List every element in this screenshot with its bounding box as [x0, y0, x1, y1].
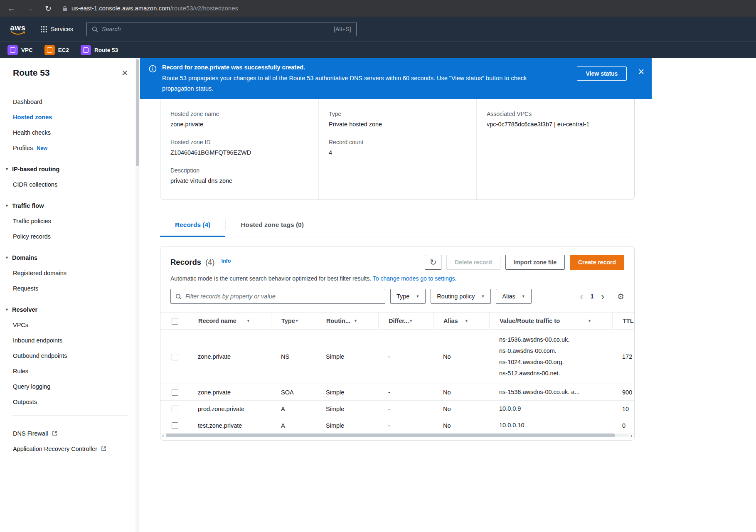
- sidebar-scrollbar[interactable]: [135, 58, 139, 532]
- services-menu-button[interactable]: Services: [41, 26, 73, 32]
- cell-type: A: [271, 401, 316, 417]
- filter-dropdown-type[interactable]: Type▼: [390, 289, 426, 304]
- dropdown-label: Routing policy: [437, 293, 475, 300]
- filter-dropdown-routing-policy[interactable]: Routing policy▼: [431, 289, 491, 304]
- scrollbar-track[interactable]: [166, 433, 629, 437]
- route-53-service-icon: [81, 45, 91, 55]
- sidebar-item-vpcs[interactable]: VPCs: [0, 317, 140, 332]
- sidebar-item-rules[interactable]: Rules: [0, 363, 140, 379]
- sidebar-item-outbound-endpoints[interactable]: Outbound endpoints: [0, 348, 140, 363]
- scroll-left-icon[interactable]: ‹: [162, 433, 164, 438]
- filter-dropdown-alias[interactable]: Alias▼: [496, 289, 531, 304]
- favorite-ec2[interactable]: EC2: [44, 45, 69, 55]
- sidebar-nav: DashboardHosted zonesHealth checksProfil…: [0, 87, 140, 456]
- browser-forward-icon[interactable]: →: [26, 5, 34, 12]
- column-header-record-name[interactable]: Record name▼: [188, 313, 271, 330]
- filter-input-box[interactable]: [170, 289, 385, 304]
- summary-field-description: Descriptionprivate virtual dns zone: [170, 167, 318, 184]
- sidebar-item-dashboard[interactable]: Dashboard: [0, 94, 140, 109]
- row-checkbox[interactable]: [172, 406, 178, 412]
- sidebar-item-profiles[interactable]: ProfilesNew: [0, 140, 140, 155]
- sidebar-item-traffic-policies[interactable]: Traffic policies: [0, 213, 140, 229]
- scrollbar-thumb[interactable]: [166, 433, 615, 437]
- sidebar-item-domains[interactable]: ▼Domains: [0, 250, 140, 265]
- checkbox-cell: [160, 330, 188, 384]
- sidebar-item-requests[interactable]: Requests: [0, 281, 140, 296]
- sidebar-item-label: Domains: [12, 254, 37, 261]
- tab-records-4[interactable]: Records (4): [160, 213, 225, 237]
- favorite-vpc[interactable]: VPC: [7, 45, 33, 55]
- address-bar[interactable]: us-east-1.console.aws.amazon.com/route53…: [62, 5, 238, 12]
- services-grid-icon: [41, 26, 47, 32]
- records-table-body: zone.privateNSSimple-Nons-1536.awsdns-00…: [160, 330, 634, 434]
- sidebar-item-query-logging[interactable]: Query logging: [0, 379, 140, 394]
- create-record-button[interactable]: Create record: [570, 255, 624, 270]
- column-header-routin[interactable]: Routin...▼: [316, 313, 378, 330]
- sidebar-item-health-checks[interactable]: Health checks: [0, 125, 140, 140]
- horizontal-scrollbar[interactable]: ‹ ›: [162, 433, 633, 438]
- tab-hosted-zone-tags-0[interactable]: Hosted zone tags (0): [226, 213, 319, 237]
- sort-icon[interactable]: ▼: [409, 319, 413, 323]
- sidebar-item-inbound-endpoints[interactable]: Inbound endpoints: [0, 332, 140, 348]
- next-page-icon[interactable]: ›: [601, 291, 604, 302]
- favorite-route-53[interactable]: Route 53: [81, 45, 118, 55]
- select-all-checkbox[interactable]: [172, 318, 178, 325]
- sort-icon[interactable]: ▼: [354, 319, 357, 323]
- column-header-value-route-traffic-to[interactable]: Value/Route traffic to▼: [489, 313, 612, 330]
- sidebar-item-ip-based-routing[interactable]: ▼IP-based routing: [0, 161, 140, 177]
- sidebar-item-application-recovery-controller[interactable]: Application Recovery Controller: [0, 441, 140, 456]
- chevron-down-icon: ▼: [481, 294, 485, 298]
- scroll-right-icon[interactable]: ›: [630, 433, 633, 438]
- global-search-box[interactable]: [Alt+S]: [86, 22, 357, 36]
- banner-close-icon[interactable]: ×: [638, 66, 644, 77]
- settings-gear-icon[interactable]: ⚙: [617, 292, 624, 301]
- column-header-ttl[interactable]: TTL: [612, 313, 634, 330]
- sort-icon[interactable]: ▼: [588, 319, 591, 323]
- settings-link[interactable]: To change modes go to settings.: [373, 275, 457, 282]
- sort-icon[interactable]: ▼: [246, 319, 250, 323]
- sidebar-item-dns-firewall[interactable]: DNS Firewall: [0, 426, 140, 441]
- value-line: 10.0.0.10: [499, 420, 612, 431]
- column-header-differ[interactable]: Differ...▼: [378, 313, 433, 330]
- column-header-alias[interactable]: Alias▼: [433, 313, 489, 330]
- chevron-down-icon: ▼: [416, 294, 419, 298]
- sidebar-close-icon[interactable]: ×: [122, 67, 128, 78]
- field-label: Type: [329, 111, 476, 117]
- search-input[interactable]: [102, 26, 330, 32]
- sort-icon[interactable]: ▼: [295, 319, 299, 323]
- previous-page-icon[interactable]: ‹: [580, 291, 583, 302]
- view-status-button[interactable]: View status: [577, 66, 627, 81]
- row-checkbox[interactable]: [172, 389, 178, 396]
- current-page[interactable]: 1: [591, 293, 594, 300]
- browser-refresh-icon[interactable]: ↻: [45, 5, 52, 12]
- cell-routing-policy: Simple: [316, 417, 378, 434]
- delete-record-button[interactable]: Delete record: [446, 255, 500, 270]
- column-header-type[interactable]: Type▼: [271, 313, 316, 330]
- aws-logo[interactable]: aws: [7, 25, 29, 35]
- sidebar-item-resolver[interactable]: ▼Resolver: [0, 302, 140, 317]
- aws-top-navigation: aws Services [Alt+S]: [0, 17, 756, 42]
- browser-back-icon[interactable]: ←: [7, 5, 15, 12]
- cell-value: ns-1536.awsdns-00.co.uk. a...: [489, 384, 612, 401]
- column-label: Type: [281, 318, 295, 324]
- row-checkbox[interactable]: [172, 422, 178, 429]
- sidebar-item-cidr-collections[interactable]: CIDR collections: [0, 177, 140, 192]
- info-link[interactable]: Info: [221, 258, 231, 264]
- sort-icon[interactable]: ▼: [465, 319, 468, 323]
- sidebar-item-hosted-zones[interactable]: Hosted zones: [0, 109, 140, 125]
- sidebar-item-outposts[interactable]: Outposts: [0, 394, 140, 409]
- favorites-list: VPCEC2Route 53: [7, 45, 118, 55]
- sidebar-scrollbar-thumb[interactable]: [136, 59, 139, 166]
- cell-value: 10.0.0.10: [489, 417, 612, 434]
- import-zone-file-button[interactable]: Import zone file: [505, 255, 565, 270]
- refresh-button[interactable]: ↻: [425, 255, 441, 270]
- field-label: Description: [170, 167, 318, 174]
- row-checkbox[interactable]: [172, 354, 178, 360]
- sidebar-item-policy-records[interactable]: Policy records: [0, 229, 140, 244]
- sidebar-item-traffic-flow[interactable]: ▼Traffic flow: [0, 198, 140, 213]
- chevron-down-icon: ▼: [522, 294, 525, 298]
- filter-records-input[interactable]: [185, 293, 380, 300]
- console-content: Record for zone.private was successfully…: [140, 58, 756, 532]
- sidebar-item-registered-domains[interactable]: Registered domains: [0, 265, 140, 281]
- field-value: vpc-0c7785dc6cae3f3b7 | eu-central-1: [487, 121, 634, 128]
